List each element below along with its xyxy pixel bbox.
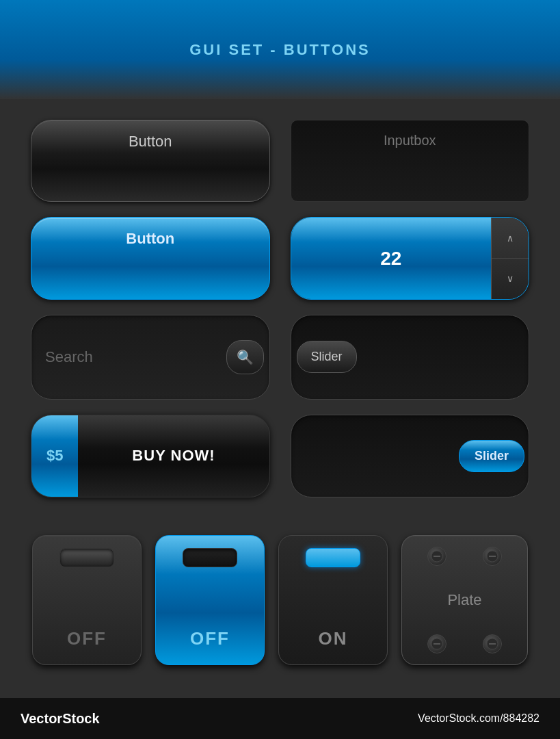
spinner-arrows: ∧ ∨ [491,218,529,298]
slider-thumb-dark[interactable]: Slider [297,341,357,373]
spinner[interactable]: 22 ∧ ∨ [291,217,530,299]
dark-button[interactable]: Button [31,120,270,202]
screw-top-left [427,547,446,566]
buy-now-group[interactable]: $5 BUY NOW! [31,415,270,497]
price-tag: $5 [31,415,78,496]
screw-top-right [483,547,502,566]
toggle-handle-off-dark [59,548,114,567]
search-bar[interactable]: Search 🔍 [31,315,270,400]
header: GUI SET - BUTTONS [0,0,560,99]
footer-brand-right: VectorStock.com/884282 [418,712,539,725]
spinner-up-button[interactable]: ∧ [492,218,529,259]
search-placeholder: Search [45,348,226,366]
main-content: Button Inputbox Button 22 ∧ ∨ Search 🔍 S… [0,99,560,698]
slider-dark[interactable]: Slider [291,315,530,400]
toggle-label-off-blue: OFF [190,628,230,649]
footer: VectorStock VectorStock.com/884282 [0,698,560,739]
spinner-value: 22 [291,218,492,298]
search-icon: 🔍 [237,349,254,365]
inputbox[interactable]: Inputbox [291,120,530,202]
slider-thumb-blue[interactable]: Slider [459,440,524,472]
toggle-handle-on [306,548,360,567]
page-title: GUI SET - BUTTONS [189,41,371,59]
screw-bottom-right [483,634,502,653]
plate-label: Plate [447,591,481,609]
slider-blue[interactable]: Slider [291,415,530,497]
plate: Plate [401,535,528,665]
toggle-label-off-dark: OFF [67,628,107,649]
toggles-row: OFF OFF ON P [31,516,529,684]
toggle-off-dark[interactable]: OFF [32,535,142,665]
toggle-handle-off-blue [183,548,237,567]
toggle-off-blue[interactable]: OFF [155,535,265,665]
footer-brand-left: VectorStock [21,711,100,727]
buy-now-button[interactable]: BUY NOW! [78,415,269,496]
blue-button[interactable]: Button [31,217,270,299]
search-button[interactable]: 🔍 [226,340,264,374]
toggle-label-on: ON [319,628,348,649]
screw-bottom-left [427,634,446,653]
spinner-down-button[interactable]: ∨ [492,259,529,299]
toggle-on[interactable]: ON [278,535,388,665]
